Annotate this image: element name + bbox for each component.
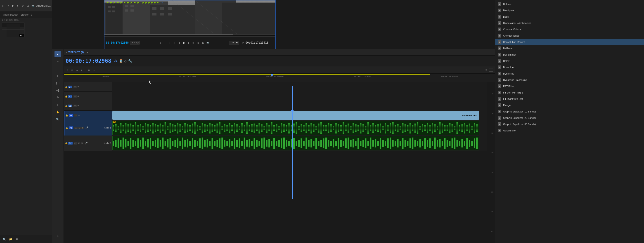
step-fwd-ctrl[interactable]: ▶ bbox=[187, 41, 191, 45]
a1-mic-icon[interactable]: 🎤 bbox=[85, 126, 88, 129]
libraries-tab[interactable]: Librarie bbox=[20, 13, 30, 16]
step-fwd-btn[interactable]: ▸ bbox=[16, 3, 20, 8]
v3-eye-btn[interactable]: 👁 bbox=[77, 95, 79, 98]
audio-clip-a1[interactable] bbox=[112, 121, 479, 135]
effect-channel-volume[interactable]: ▣ Channel Volume bbox=[495, 26, 644, 32]
effect-graphic-eq-10[interactable]: ▣ Graphic Equalizer (10 Bands) bbox=[495, 108, 644, 115]
camera-btn[interactable]: 📷 bbox=[31, 3, 35, 8]
go-to-in-btn[interactable]: ⊣◂ bbox=[172, 41, 176, 45]
effect-delay[interactable]: ▣ Delay bbox=[495, 58, 644, 64]
effect-fft-filter[interactable]: ▣ FFT Filter bbox=[495, 83, 644, 89]
track-a1-content[interactable]: fx bbox=[112, 120, 487, 136]
search-btn[interactable]: 🔍 bbox=[2, 237, 7, 242]
step-back-btn[interactable]: ◂ bbox=[6, 3, 10, 8]
effect-deesser[interactable]: ▣ DeEsser bbox=[495, 45, 644, 51]
lock-v4-icon[interactable]: 🔒 bbox=[65, 86, 68, 88]
roll-tool-btn[interactable]: ⊣⊢ bbox=[54, 73, 61, 79]
sequence-menu-icon[interactable]: ≡ bbox=[86, 51, 88, 54]
lock-v3-icon[interactable]: 🔒 bbox=[65, 95, 68, 98]
effect-dehummer[interactable]: ▣ DeHummer bbox=[495, 51, 644, 58]
text-tool-btn[interactable]: T bbox=[54, 102, 61, 108]
go-to-start-btn[interactable]: ⏮ bbox=[1, 3, 6, 8]
v1-track-btn[interactable]: V1 bbox=[69, 114, 73, 117]
effect-fill-left[interactable]: ▣ Fill Left with Right bbox=[495, 89, 644, 96]
snap-btn[interactable]: ⁂ bbox=[114, 59, 118, 63]
fit-dropdown[interactable]: Fit bbox=[130, 41, 140, 44]
selection-tool-btn[interactable]: ▲ bbox=[54, 51, 61, 57]
lock-v1-icon[interactable]: 🔒 bbox=[66, 114, 68, 117]
effect-distortion[interactable]: ▣ Distortion bbox=[495, 64, 644, 70]
nudge-right-btn[interactable]: ▸▸ bbox=[92, 68, 96, 72]
v2-track-btn[interactable]: V2 bbox=[68, 105, 72, 107]
a2-mute-btn[interactable]: M bbox=[78, 142, 80, 144]
v3-collapse-btn[interactable]: ▭ bbox=[74, 95, 77, 98]
v2-collapse-btn[interactable]: ▭ bbox=[74, 105, 77, 107]
effect-dynamics-processing[interactable]: ▣ Dynamics Processing bbox=[495, 77, 644, 83]
pen-tool-btn[interactable]: ✎ bbox=[54, 94, 61, 101]
add-clip-btn[interactable]: + bbox=[489, 68, 493, 72]
a2-track-btn[interactable]: A2 bbox=[68, 142, 72, 145]
lift-btn[interactable]: ⊼ bbox=[75, 68, 79, 72]
play-pause-btn[interactable]: ▶ bbox=[182, 41, 186, 45]
effect-fill-right[interactable]: ▣ Fill Right with Left bbox=[495, 96, 644, 102]
effect-convolution-reverb[interactable]: ▣ Convolution Reverb bbox=[495, 39, 644, 45]
v4-collapse-btn[interactable]: ▭ bbox=[74, 86, 77, 88]
preview-scrub-bar[interactable] bbox=[104, 34, 276, 36]
v2-eye-btn[interactable]: 👁 bbox=[77, 105, 79, 107]
track-v2-content[interactable] bbox=[112, 101, 487, 111]
media-browser-tab[interactable]: Media Browser bbox=[2, 13, 19, 16]
full-dropdown[interactable]: Full bbox=[228, 41, 239, 44]
zoom-tool-btn[interactable]: 🔍 bbox=[54, 116, 61, 122]
v3-track-btn[interactable]: V3 bbox=[68, 95, 72, 98]
keyframe-btn[interactable]: ◇ bbox=[124, 59, 127, 63]
a1-mute-btn[interactable]: M bbox=[78, 127, 81, 129]
a1-solo-btn[interactable]: S bbox=[82, 127, 84, 129]
bracket-left-btn[interactable]: { bbox=[163, 41, 167, 45]
multicam-btn[interactable]: ⊟ bbox=[201, 41, 205, 45]
video-clip-v1[interactable]: VIDEO0258.mp4 bbox=[112, 111, 479, 120]
hand-tool-btn[interactable]: ✋ bbox=[54, 109, 61, 115]
bracket-right-btn[interactable]: } bbox=[168, 41, 172, 45]
a1-track-btn[interactable]: A1 bbox=[69, 126, 73, 129]
media-item-1[interactable]: 4:01 bbox=[2, 22, 24, 37]
go-to-out-btn[interactable]: ▸⊢ bbox=[192, 41, 196, 45]
overwrite-btn[interactable]: ▭ bbox=[70, 68, 74, 72]
sequence-timecode[interactable]: 00:00:17:02968 bbox=[66, 58, 111, 64]
v1-eye-btn[interactable]: 👁 bbox=[78, 114, 80, 117]
work-area-bar[interactable] bbox=[64, 74, 430, 75]
effect-chorus-flanger[interactable]: ▣ Chorus/Flanger bbox=[495, 32, 644, 39]
effect-balance[interactable]: ▣ Balance bbox=[495, 1, 644, 7]
more-tabs-icon[interactable]: » bbox=[31, 13, 32, 16]
extract-btn[interactable]: ⊻ bbox=[80, 68, 83, 72]
a2-mic-icon[interactable]: 🎤 bbox=[84, 142, 88, 145]
audio-clip-a2[interactable] bbox=[112, 136, 479, 150]
loop-btn[interactable]: ⇄ bbox=[21, 3, 25, 8]
step-back-ctrl[interactable]: ◀ bbox=[177, 41, 181, 45]
track-v1-content[interactable]: VIDEO0258.mp4 bbox=[112, 111, 487, 120]
timeline-settings-btn[interactable]: ≡ bbox=[484, 68, 488, 72]
marker-out-btn[interactable]: ◁ bbox=[158, 41, 162, 45]
lock-a1-icon[interactable]: 🔒 bbox=[66, 127, 68, 129]
v4-eye-btn[interactable]: 👁 bbox=[77, 86, 79, 88]
effect-graphic-eq-30[interactable]: ▣ Graphic Equalizer (30 Bands) bbox=[495, 121, 644, 127]
export-frame-btn[interactable]: ⊞ bbox=[196, 41, 200, 45]
slide-tool-btn[interactable]: ⊣[] bbox=[54, 87, 61, 93]
insert-mode-btn[interactable]: ⊳ bbox=[66, 68, 69, 72]
ripple-tool-btn[interactable]: ⊢ bbox=[54, 65, 61, 72]
track-a2-content[interactable] bbox=[112, 136, 487, 151]
razor-tool-btn[interactable]: ✂ bbox=[54, 58, 61, 65]
effect-graphic-eq-20[interactable]: ▣ Graphic Equalizer (20 Bands) bbox=[495, 115, 644, 121]
add-marker-btn[interactable]: + bbox=[270, 41, 274, 45]
nudge-left-btn[interactable]: ◂◂ bbox=[86, 68, 91, 72]
lock-a2-icon[interactable]: 🔒 bbox=[65, 142, 68, 144]
add-track-btn[interactable]: + bbox=[54, 233, 61, 240]
play-btn[interactable]: ▶ bbox=[11, 3, 16, 8]
camera-ctrl-btn[interactable]: 📷 bbox=[206, 41, 210, 45]
track-v4-content[interactable] bbox=[112, 82, 487, 92]
lock-v2-icon[interactable]: 🔒 bbox=[65, 105, 68, 107]
wrench-btn[interactable]: 🔧 bbox=[128, 59, 132, 63]
trash-btn[interactable]: 🗑 bbox=[14, 237, 20, 242]
settings-ctrl-btn[interactable]: ⚙ bbox=[241, 41, 245, 45]
a2-collapse-btn[interactable]: ▭ bbox=[74, 142, 77, 145]
v1-collapse-btn[interactable]: ▭ bbox=[74, 114, 77, 117]
